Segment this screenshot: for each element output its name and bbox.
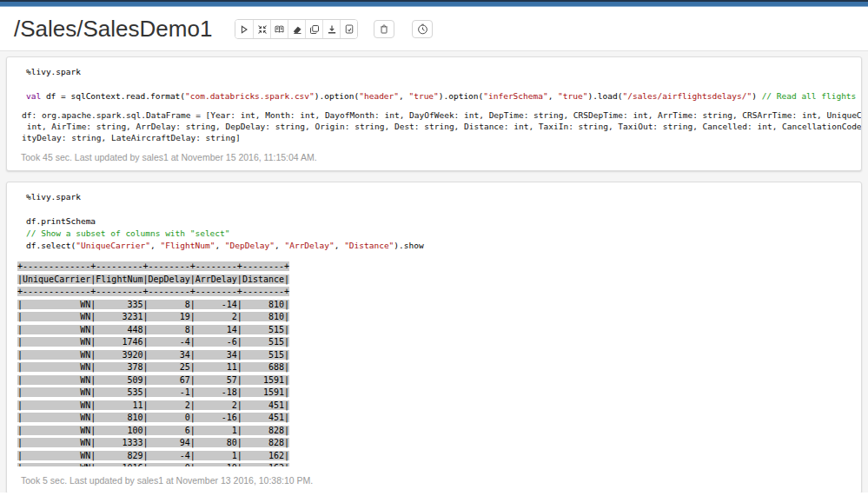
paragraph-1-output: df: org.apache.spark.sql.DataFrame = [Ye… — [7, 104, 861, 143]
delete-note-button[interactable] — [374, 20, 394, 38]
toolbar-button-group — [235, 19, 358, 39]
note-toolbar — [235, 19, 433, 39]
collapse-icon — [257, 24, 268, 35]
paragraph-1: %livy.spark val df = sqlContext.read.for… — [6, 56, 862, 171]
paragraph-1-status: Took 45 sec. Last updated by sales1 at N… — [7, 143, 861, 164]
code-editor-2[interactable]: %livy.spark df.printSchema// Show a subs… — [7, 189, 861, 254]
download-icon — [327, 24, 337, 35]
scheduler-button[interactable] — [412, 20, 433, 38]
clone-icon — [309, 24, 320, 35]
trash-icon — [379, 23, 389, 35]
clear-output-button[interactable] — [288, 20, 305, 38]
paragraph-2: %livy.spark df.printSchema// Show a subs… — [6, 182, 862, 493]
play-icon — [239, 24, 249, 35]
collapse-paragraphs-button[interactable] — [253, 20, 270, 38]
eraser-icon — [292, 24, 302, 35]
run-all-button[interactable] — [235, 20, 253, 38]
note-header: /Sales/SalesDemo1 — [0, 7, 868, 51]
top-navigation-bar — [0, 0, 868, 7]
notebook-body: %livy.spark val df = sqlContext.read.for… — [0, 51, 868, 493]
commit-note-button[interactable] — [340, 20, 357, 38]
clone-note-button[interactable] — [305, 20, 322, 38]
export-note-button[interactable] — [322, 20, 340, 38]
paragraph-2-output-table: +-------------+---------+--------+------… — [7, 254, 861, 466]
book-icon — [274, 24, 285, 35]
clock-icon — [417, 23, 428, 35]
note-title[interactable]: /Sales/SalesDemo1 — [14, 16, 212, 43]
paragraph-2-status: Took 5 sec. Last updated by sales1 at No… — [7, 466, 861, 487]
file-version-icon — [344, 23, 354, 35]
code-editor-1[interactable]: %livy.spark val df = sqlContext.read.for… — [7, 64, 861, 104]
show-hide-code-button[interactable] — [270, 20, 288, 38]
